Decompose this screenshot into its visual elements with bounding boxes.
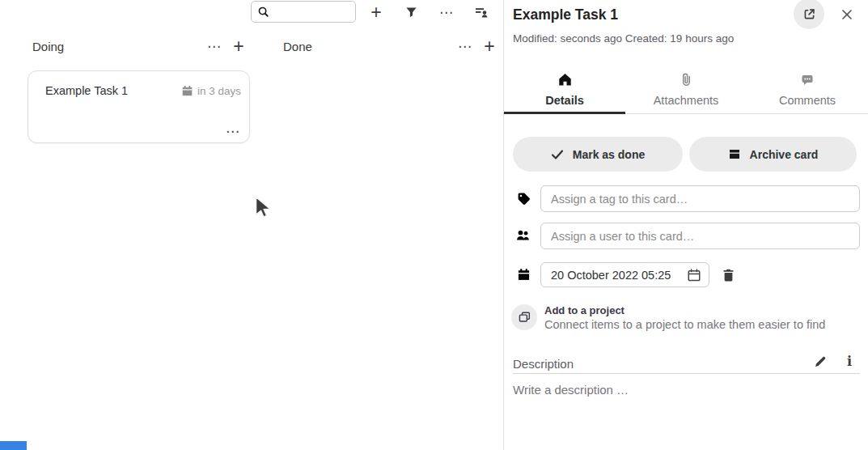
tab-label: Comments — [779, 94, 836, 107]
archive-card-button[interactable]: Archive card — [689, 137, 857, 172]
panel-tabs: Details Attachments Comm — [504, 65, 868, 114]
column-add-card-button[interactable]: + — [477, 34, 502, 58]
column-add-card-button[interactable]: + — [227, 34, 251, 58]
filter-button[interactable] — [399, 0, 423, 24]
assign-tag-input[interactable] — [540, 185, 860, 212]
date-picker-button[interactable] — [687, 268, 701, 282]
calendar-icon — [517, 268, 531, 282]
popout-icon — [802, 7, 816, 21]
plus-icon: + — [484, 37, 494, 56]
new-card-button[interactable]: + — [364, 0, 388, 24]
board-menu-button[interactable]: ⋯ — [434, 0, 459, 24]
card-title: Example Task 1 — [45, 84, 181, 97]
panel-meta: Modified: seconds ago Created: 19 hours … — [513, 32, 734, 45]
plus-icon: + — [370, 3, 381, 22]
mark-as-done-button[interactable]: Mark as done — [513, 137, 683, 172]
task-card[interactable]: Example Task 1 in 3 days ⋯ — [28, 70, 250, 143]
blue-accent-fragment — [0, 441, 27, 450]
pencil-icon — [814, 355, 827, 368]
column-header-doing: Doing ⋯ + — [28, 34, 251, 58]
card-due-label: in 3 days — [197, 85, 241, 97]
tab-label: Attachments — [654, 94, 719, 107]
assignee-view-button[interactable] — [469, 0, 493, 24]
ellipsis-icon: ⋯ — [458, 40, 472, 53]
calendar-icon — [181, 85, 193, 97]
column-menu-button[interactable]: ⋯ — [453, 34, 477, 58]
column-header-done: Done ⋯ + — [278, 34, 502, 58]
due-date-field[interactable]: 20 October 2022 05:25 — [540, 262, 709, 287]
tab-comments[interactable]: Comments — [747, 65, 868, 113]
assign-user-input[interactable] — [540, 223, 860, 249]
project-icon-circle — [511, 304, 537, 330]
panel-title: Example Task 1 — [513, 6, 618, 23]
check-icon — [551, 149, 564, 160]
calendar-outline-icon — [687, 268, 701, 282]
search-input-wrapper — [251, 1, 356, 23]
card-due-date: in 3 days — [181, 85, 241, 97]
tab-label: Details — [545, 94, 584, 107]
close-icon — [840, 8, 853, 21]
card-menu-button[interactable]: ⋯ — [226, 125, 240, 138]
list-user-icon — [475, 6, 489, 19]
app-window: + ⋯ Doing ⋯ + Done ⋯ — [0, 0, 868, 450]
archive-icon — [728, 148, 741, 160]
users-icon — [516, 229, 531, 242]
due-date-value: 20 October 2022 05:25 — [551, 269, 682, 282]
card-row: Example Task 1 in 3 days — [28, 71, 249, 97]
task-detail-panel: Example Task 1 Modified: seconds ago Cre… — [504, 0, 868, 450]
open-in-window-button[interactable] — [794, 0, 824, 29]
trash-icon — [722, 268, 735, 282]
ellipsis-icon: ⋯ — [207, 40, 222, 53]
tag-icon — [517, 192, 531, 206]
project-row-title: Add to a project — [544, 304, 625, 316]
mark-as-done-label: Mark as done — [573, 148, 645, 161]
archive-card-label: Archive card — [750, 148, 819, 161]
home-icon — [558, 72, 572, 87]
description-editor[interactable]: Write a description … — [513, 383, 853, 397]
funnel-icon — [405, 6, 417, 19]
ellipsis-icon: ⋯ — [226, 124, 240, 139]
edit-description-button[interactable] — [810, 353, 831, 371]
comment-icon — [801, 72, 814, 87]
tab-details[interactable]: Details — [504, 65, 625, 113]
plus-icon: + — [233, 37, 243, 56]
project-row-subtitle: Connect items to a project to make them … — [544, 318, 825, 331]
column-title: Done — [278, 40, 453, 53]
search-icon — [257, 6, 269, 18]
add-to-project-row[interactable]: Add to a project Connect items to a proj… — [504, 301, 868, 335]
search-input[interactable] — [273, 6, 349, 19]
info-icon: i — [847, 354, 852, 369]
markdown-info-button[interactable]: i — [839, 351, 860, 371]
column-title: Doing — [28, 40, 202, 53]
remove-date-button[interactable] — [718, 265, 739, 285]
description-label: Description — [513, 357, 574, 371]
mouse-cursor — [255, 196, 273, 223]
paperclip-icon — [680, 72, 692, 87]
tab-attachments[interactable]: Attachments — [625, 65, 747, 113]
column-menu-button[interactable]: ⋯ — [202, 34, 227, 58]
project-frames-icon — [518, 311, 531, 324]
ellipsis-icon: ⋯ — [439, 6, 454, 19]
description-divider — [513, 373, 860, 374]
close-panel-button[interactable] — [836, 3, 858, 26]
